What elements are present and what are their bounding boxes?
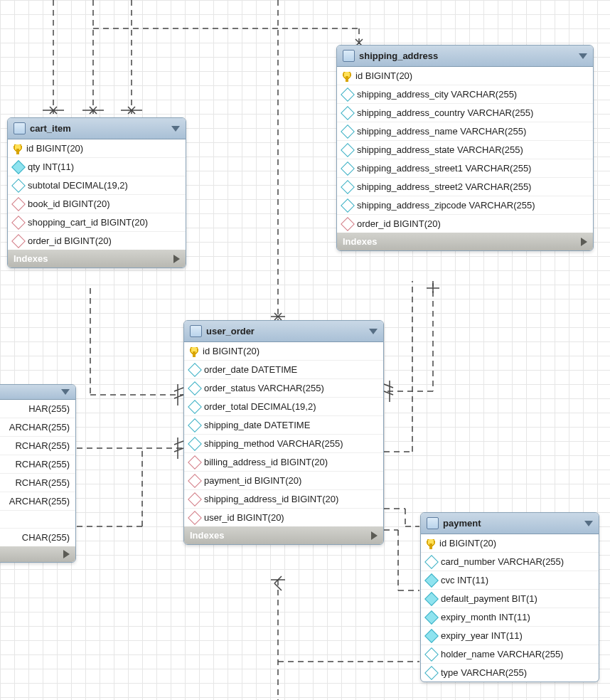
table-header[interactable]	[0, 385, 75, 400]
key-icon	[343, 72, 351, 80]
diamond-icon	[188, 418, 202, 433]
column[interactable]: order_id BIGINT(20)	[337, 215, 593, 233]
column[interactable]: shipping_method VARCHAR(255)	[184, 435, 383, 453]
table-header[interactable]: user_order	[184, 321, 383, 342]
table-header[interactable]: payment	[421, 513, 599, 534]
column[interactable]: HAR(255)	[0, 400, 75, 418]
column[interactable]: id BIGINT(20)	[8, 139, 186, 158]
column[interactable]: user_id BIGINT(20)	[184, 509, 383, 526]
diamond-icon	[424, 592, 439, 606]
indexes-section[interactable]	[0, 546, 75, 562]
fk-icon	[11, 234, 26, 248]
column[interactable]: RCHAR(255)	[0, 455, 75, 474]
column[interactable]: shipping_address_state VARCHAR(255)	[337, 141, 593, 159]
column[interactable]: default_payment BIT(1)	[421, 590, 599, 608]
table-header[interactable]: shipping_address	[337, 46, 593, 67]
column[interactable]: ARCHAR(255)	[0, 492, 75, 511]
chevron-down-icon[interactable]	[369, 329, 378, 334]
table-partial-left[interactable]: HAR(255) ARCHAR(255) RCHAR(255) RCHAR(25…	[0, 384, 76, 563]
column[interactable]: shipping_address_zipcode VARCHAR(255)	[337, 196, 593, 215]
column-list: id BIGINT(20) card_number VARCHAR(255) c…	[421, 534, 599, 682]
table-cart-item[interactable]: cart_item id BIGINT(20) qty INT(11) subt…	[7, 117, 186, 268]
fk-icon	[188, 474, 202, 488]
column[interactable]	[0, 511, 75, 529]
fk-icon	[11, 216, 26, 230]
diamond-icon	[341, 198, 355, 213]
column[interactable]: shipping_address_id BIGINT(20)	[184, 490, 383, 509]
chevron-down-icon[interactable]	[584, 521, 593, 526]
diamond-icon	[341, 106, 355, 120]
erd-canvas[interactable]: cart_item id BIGINT(20) qty INT(11) subt…	[0, 0, 610, 700]
column-list: HAR(255) ARCHAR(255) RCHAR(255) RCHAR(25…	[0, 400, 75, 546]
diamond-icon	[424, 573, 439, 588]
diamond-icon	[341, 88, 355, 102]
table-icon	[190, 325, 202, 337]
column[interactable]: shipping_address_country VARCHAR(255)	[337, 104, 593, 122]
diamond-icon	[11, 179, 26, 193]
column[interactable]: qty INT(11)	[8, 158, 186, 176]
diamond-icon	[11, 160, 26, 174]
diamond-icon	[341, 143, 355, 157]
column[interactable]: id BIGINT(20)	[184, 342, 383, 361]
fk-icon	[11, 197, 26, 211]
chevron-down-icon[interactable]	[171, 126, 180, 132]
play-icon	[581, 238, 587, 246]
column[interactable]: cvc INT(11)	[421, 571, 599, 590]
fk-icon	[188, 492, 202, 507]
column[interactable]: id BIGINT(20)	[337, 67, 593, 85]
chevron-down-icon[interactable]	[61, 389, 70, 395]
column[interactable]: ARCHAR(255)	[0, 418, 75, 437]
table-user-order[interactable]: user_order id BIGINT(20) order_date DATE…	[183, 320, 384, 545]
table-title: shipping_address	[359, 51, 438, 61]
column[interactable]: shipping_date DATETIME	[184, 416, 383, 435]
column[interactable]: expiry_year INT(11)	[421, 627, 599, 645]
chevron-down-icon[interactable]	[579, 53, 587, 59]
column[interactable]: shipping_address_street2 VARCHAR(255)	[337, 178, 593, 196]
column[interactable]: shipping_address_city VARCHAR(255)	[337, 85, 593, 104]
diamond-icon	[424, 647, 439, 662]
fk-icon	[341, 217, 355, 231]
column[interactable]: holder_name VARCHAR(255)	[421, 645, 599, 664]
indexes-section[interactable]: Indexes	[184, 526, 383, 544]
column[interactable]: order_status VARCHAR(255)	[184, 379, 383, 398]
diamond-icon	[341, 124, 355, 139]
column[interactable]: subtotal DECIMAL(19,2)	[8, 176, 186, 195]
diamond-icon	[341, 161, 355, 176]
column[interactable]: billing_address_id BIGINT(20)	[184, 453, 383, 472]
table-shipping-address[interactable]: shipping_address id BIGINT(20) shipping_…	[336, 45, 594, 251]
column-list: id BIGINT(20) qty INT(11) subtotal DECIM…	[8, 139, 186, 250]
column[interactable]: RCHAR(255)	[0, 437, 75, 455]
play-icon	[371, 531, 378, 540]
column[interactable]: expiry_month INT(11)	[421, 608, 599, 627]
column[interactable]: id BIGINT(20)	[421, 534, 599, 553]
column[interactable]: shipping_address_street1 VARCHAR(255)	[337, 159, 593, 178]
column[interactable]: card_number VARCHAR(255)	[421, 553, 599, 571]
fk-icon	[188, 455, 202, 470]
table-icon	[427, 517, 439, 529]
column[interactable]: type VARCHAR(255)	[421, 664, 599, 682]
diamond-icon	[424, 629, 439, 643]
table-payment[interactable]: payment id BIGINT(20) card_number VARCHA…	[420, 512, 599, 682]
table-header[interactable]: cart_item	[8, 118, 186, 139]
table-icon	[14, 122, 26, 134]
key-icon	[190, 347, 198, 356]
table-icon	[343, 50, 355, 62]
table-title: payment	[443, 518, 481, 529]
column[interactable]: payment_id BIGINT(20)	[184, 472, 383, 490]
key-icon	[14, 144, 22, 153]
column[interactable]: CHAR(255)	[0, 529, 75, 546]
diamond-icon	[424, 666, 439, 680]
column[interactable]: order_total DECIMAL(19,2)	[184, 398, 383, 416]
indexes-section[interactable]: Indexes	[337, 233, 593, 250]
column[interactable]: RCHAR(255)	[0, 474, 75, 492]
column[interactable]: shipping_address_name VARCHAR(255)	[337, 122, 593, 141]
indexes-section[interactable]: Indexes	[8, 250, 186, 267]
fk-icon	[188, 511, 202, 525]
column[interactable]: order_id BIGINT(20)	[8, 232, 186, 250]
column[interactable]: book_id BIGINT(20)	[8, 195, 186, 213]
column[interactable]: shopping_cart_id BIGINT(20)	[8, 213, 186, 232]
diamond-icon	[424, 610, 439, 625]
column[interactable]: order_date DATETIME	[184, 361, 383, 379]
diamond-icon	[424, 555, 439, 569]
column-list: id BIGINT(20) order_date DATETIME order_…	[184, 342, 383, 526]
